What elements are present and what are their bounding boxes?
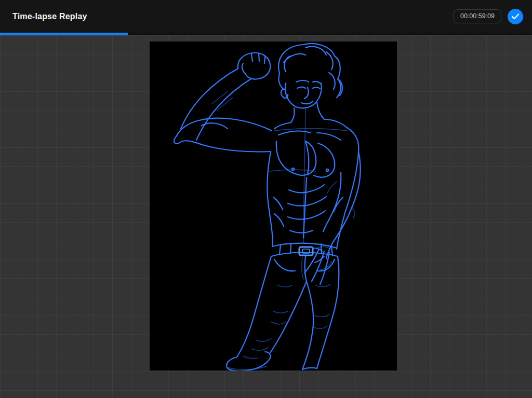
artwork-line-drawing <box>150 42 397 370</box>
page-title: Time-lapse Replay <box>12 12 87 21</box>
done-button[interactable] <box>508 9 523 24</box>
topbar: Time-lapse Replay 00:00:59:09 <box>0 0 532 33</box>
check-icon <box>512 13 519 20</box>
progress-fill <box>0 33 128 35</box>
replay-stage <box>0 35 532 398</box>
artwork-canvas[interactable] <box>150 42 397 370</box>
topbar-right-group: 00:00:59:09 <box>454 9 523 24</box>
timestamp-badge: 00:00:59:09 <box>454 9 501 23</box>
replay-progress-bar[interactable] <box>0 33 532 35</box>
